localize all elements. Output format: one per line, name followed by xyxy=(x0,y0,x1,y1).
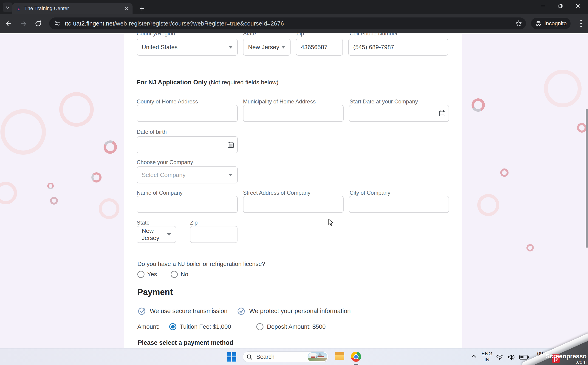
phone-input[interactable] xyxy=(348,39,448,56)
tab-search-button[interactable] xyxy=(3,2,12,12)
decorative-ring xyxy=(50,197,58,204)
window-restore-button[interactable] xyxy=(552,0,569,12)
incognito-label: Incognito xyxy=(544,20,567,27)
country-select[interactable]: United States xyxy=(137,39,238,56)
browser-tab[interactable]: The Training Center xyxy=(12,3,133,14)
window-close-button[interactable] xyxy=(569,0,587,12)
volume-button[interactable] xyxy=(508,354,515,362)
decorative-ring xyxy=(526,244,534,252)
new-tab-button[interactable] xyxy=(137,4,147,13)
window-minimize-button[interactable] xyxy=(534,0,552,12)
bing-daily-image[interactable] xyxy=(308,352,327,361)
address-bar[interactable]: ttc-uat2.fingent.net/web-register/regist… xyxy=(49,17,526,29)
dob-input[interactable] xyxy=(137,136,238,153)
window-controls xyxy=(534,0,587,12)
deposit-amount-radio[interactable] xyxy=(256,323,263,330)
decorative-ring xyxy=(477,194,499,216)
protect-info-item: We protect your personal information xyxy=(237,306,351,316)
back-arrow-icon xyxy=(5,20,13,28)
chrome-button[interactable] xyxy=(351,352,361,362)
tray-overflow-button[interactable] xyxy=(471,354,477,360)
calendar-icon[interactable] xyxy=(438,110,446,117)
company-zip-label: Zip xyxy=(190,219,198,226)
page-scrollbar[interactable] xyxy=(586,109,588,247)
decorative-ring xyxy=(91,172,102,182)
country-value: United States xyxy=(142,44,178,51)
company-state-label: State xyxy=(137,219,190,226)
company-select[interactable]: Select Company xyxy=(137,166,238,183)
top-row-labels: Country/Region State Zip Cell Phone Numb… xyxy=(137,33,398,37)
chevron-down-icon xyxy=(229,46,233,49)
site-settings-icon[interactable] xyxy=(54,20,61,27)
municipality-input[interactable] xyxy=(243,105,344,122)
address-row-fields xyxy=(137,105,449,122)
zip-input[interactable] xyxy=(296,39,343,56)
calendar-icon[interactable] xyxy=(227,141,234,148)
company-name-input[interactable] xyxy=(137,196,238,213)
back-button[interactable] xyxy=(4,19,14,29)
license-yes-radio[interactable] xyxy=(137,271,144,278)
company-state-select[interactable]: New Jersey xyxy=(137,226,176,243)
browser-menu-button[interactable] xyxy=(576,19,586,28)
incognito-badge: Incognito xyxy=(531,18,571,29)
tab-close-icon[interactable] xyxy=(124,6,129,11)
license-question: Do you have a NJ boiler or refrigeration… xyxy=(137,260,265,267)
bookmark-star-button[interactable] xyxy=(515,20,522,28)
tuition-fee-radio[interactable] xyxy=(169,323,176,330)
close-icon xyxy=(575,3,581,8)
dob-wrap xyxy=(137,136,238,153)
company-state-value: New Jersey xyxy=(142,227,167,242)
payment-method-prompt: Please select a payment method xyxy=(138,339,233,346)
license-yes-label: Yes xyxy=(147,271,157,278)
nj-section-heading: For NJ Application Only (Not required fi… xyxy=(137,79,279,86)
star-icon xyxy=(515,20,522,27)
dob-label: Date of birth xyxy=(137,129,167,135)
url-text[interactable]: ttc-uat2.fingent.net/web-register/regist… xyxy=(65,20,284,27)
search-placeholder: Search xyxy=(256,353,274,360)
state-select[interactable]: New Jersey xyxy=(243,39,291,56)
wifi-button[interactable] xyxy=(496,354,504,361)
company-zip-input[interactable] xyxy=(190,226,238,243)
state-zip-labels: State Zip xyxy=(137,219,198,226)
company-row-fields xyxy=(137,196,449,213)
start-date-input[interactable] xyxy=(349,105,449,122)
start-date-label: Start Date at your Company xyxy=(349,98,418,105)
file-explorer-button[interactable] xyxy=(335,352,345,361)
start-button[interactable] xyxy=(227,352,236,362)
state-zip-fields: New Jersey xyxy=(137,226,238,243)
company-select-placeholder: Select Company xyxy=(142,171,185,179)
county-input[interactable] xyxy=(137,105,238,122)
search-icon xyxy=(246,354,253,360)
zip-label: Zip xyxy=(296,33,343,37)
chevron-down-icon xyxy=(281,46,286,49)
forward-button[interactable] xyxy=(18,19,28,29)
secure-row: We use secure transmission We protect yo… xyxy=(137,306,351,316)
decorative-ring xyxy=(470,97,486,113)
page-viewport: Country/Region State Zip Cell Phone Numb… xyxy=(0,33,588,348)
reload-icon xyxy=(34,20,42,28)
taskbar: Search xyxy=(0,348,588,365)
plus-icon xyxy=(139,6,145,12)
license-no-radio[interactable] xyxy=(171,271,178,278)
tuition-fee-label: Tuition Fee: $1,000 xyxy=(180,323,231,330)
mouse-cursor xyxy=(328,219,335,226)
company-street-input[interactable] xyxy=(243,196,344,213)
registration-form: Country/Region State Zip Cell Phone Numb… xyxy=(137,33,462,348)
incognito-icon xyxy=(535,20,542,27)
taskbar-search[interactable]: Search xyxy=(243,351,328,362)
license-options: Yes No xyxy=(137,271,188,278)
kebab-menu-icon xyxy=(580,19,582,28)
secure-transmission-text: We use secure transmission xyxy=(150,308,228,315)
decorative-ring xyxy=(59,92,94,127)
deposit-amount-label: Deposit Amount: $500 xyxy=(267,323,326,330)
chevron-down-icon xyxy=(5,5,10,10)
chrome-icon xyxy=(351,352,361,362)
screenpresso-domain: .com xyxy=(576,359,587,365)
decorative-ring xyxy=(0,182,17,204)
company-city-input[interactable] xyxy=(349,196,449,213)
phone-label: Cell Phone Number xyxy=(349,33,398,37)
reload-button[interactable] xyxy=(33,19,43,29)
language-indicator[interactable]: ENG IN xyxy=(480,351,493,363)
decorative-ring xyxy=(500,168,508,177)
tab-title: The Training Center xyxy=(24,6,122,12)
